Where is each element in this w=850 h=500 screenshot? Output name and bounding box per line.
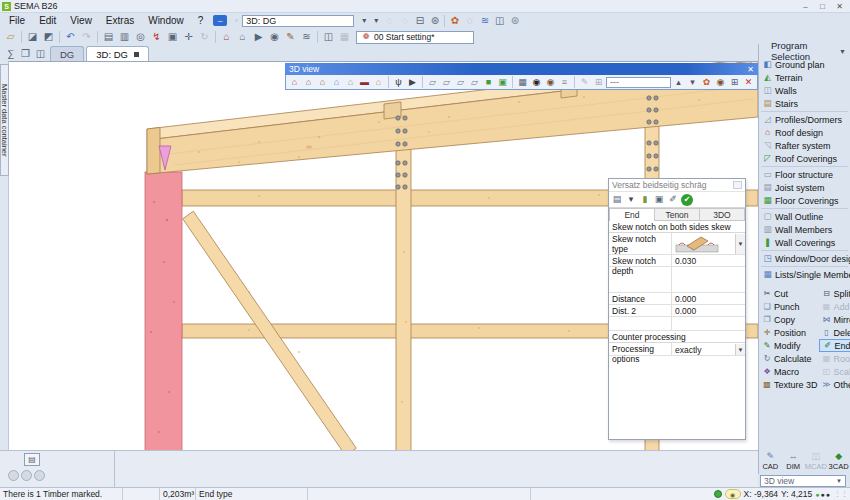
- sidebar-item-profiles-dormers[interactable]: ◿Profiles/Dormers: [759, 113, 850, 126]
- sidebar-item-rafter-system[interactable]: ◹Rafter system: [759, 139, 850, 152]
- close-button[interactable]: ✕: [831, 1, 848, 12]
- measure-icon[interactable]: ≋: [299, 30, 314, 44]
- render-photo-icon[interactable]: ◉: [714, 76, 727, 89]
- menu-view[interactable]: View: [63, 15, 99, 26]
- cube-wire-3-icon[interactable]: ▱: [454, 76, 467, 89]
- walkthrough-icon[interactable]: ≡: [558, 76, 571, 89]
- zoom-walk-icon[interactable]: ◎: [133, 30, 148, 44]
- sidebar-item-wall-members[interactable]: ▥Wall Members: [759, 223, 850, 236]
- tool-macro[interactable]: ❖Macro: [759, 365, 818, 378]
- middle-post[interactable]: [396, 147, 411, 451]
- snap-indicator-icon[interactable]: [714, 490, 722, 498]
- house-view-icon[interactable]: ⌂: [219, 30, 234, 44]
- dist2-value[interactable]: 0.000: [671, 305, 745, 316]
- sidebar-item-floor-coverings[interactable]: ▦Floor Coverings: [759, 194, 850, 207]
- mode-cad-button[interactable]: ✎CAD: [760, 451, 781, 474]
- cube-textured-icon[interactable]: ▣: [496, 76, 509, 89]
- tool-others[interactable]: ≫Others: [819, 378, 850, 391]
- undo-icon[interactable]: ↶: [63, 30, 78, 44]
- split-view-icon[interactable]: ◫: [33, 47, 48, 61]
- skew-notch-depth-value[interactable]: 0.030: [671, 255, 745, 266]
- processing-options-dropdown-icon[interactable]: ▼: [735, 344, 745, 355]
- direction-icon[interactable]: ▶: [251, 30, 266, 44]
- resize-grip-icon[interactable]: ⋮⋮: [834, 490, 848, 498]
- cube-wire-2-icon[interactable]: ▱: [440, 76, 453, 89]
- annotate-b-icon[interactable]: ◩: [41, 30, 56, 44]
- flash-icon[interactable]: ↯: [149, 30, 164, 44]
- waves-icon[interactable]: ≋: [477, 14, 492, 28]
- tool-punch[interactable]: ❏Punch: [759, 300, 818, 313]
- tool-modify[interactable]: ✎Modify: [759, 339, 818, 352]
- storey-view-icon[interactable]: ⌂: [235, 30, 250, 44]
- battery-icon[interactable]: ▮: [639, 194, 651, 206]
- tool-position[interactable]: ✛Position: [759, 326, 818, 339]
- selected-timber-post[interactable]: [145, 172, 182, 451]
- menu-edit[interactable]: Edit: [32, 15, 63, 26]
- menu-extras[interactable]: Extras: [99, 15, 141, 26]
- menu-file[interactable]: File: [2, 15, 32, 26]
- sidebar-item-window-door-design[interactable]: ◳Window/Door design: [759, 252, 850, 265]
- view-house-frame2-icon[interactable]: ⌂: [316, 76, 329, 89]
- save-icon[interactable]: ▣: [653, 194, 665, 206]
- target-icon[interactable]: ◉: [267, 30, 282, 44]
- copy-view-icon[interactable]: ❐: [18, 47, 33, 61]
- tool-calculate[interactable]: ↻Calculate: [759, 352, 818, 365]
- view-preset-combo[interactable]: ---: [606, 77, 671, 88]
- active-view-combo[interactable]: 3D: DG: [242, 15, 354, 27]
- sidebar-item-joist-system[interactable]: ▤Joist system: [759, 181, 850, 194]
- view-house-blue-icon[interactable]: ⌂: [330, 76, 343, 89]
- panel-toggle-icon[interactable]: ▤: [24, 453, 40, 466]
- sidebar-item-roof-design[interactable]: ⌂Roof design: [759, 126, 850, 139]
- projector-icon[interactable]: ▦: [516, 76, 529, 89]
- panel-layout-icon[interactable]: ◫: [492, 14, 507, 28]
- maximize-button[interactable]: □: [814, 1, 831, 12]
- view-prev-icon[interactable]: ▾: [358, 15, 370, 27]
- pencil-tool-icon[interactable]: ✎: [283, 30, 298, 44]
- view-slab-icon[interactable]: ▬: [358, 76, 371, 89]
- start-setting-combo[interactable]: ❁ 00 Start setting*: [356, 31, 474, 44]
- dialog-tab-3do[interactable]: 3DO: [700, 208, 745, 221]
- plugin-icon[interactable]: ✿: [447, 14, 462, 28]
- cube-wire-4-icon[interactable]: ▱: [468, 76, 481, 89]
- window-cascade-icon[interactable]: ⊛: [427, 14, 442, 28]
- cube-wire-1-icon[interactable]: ▱: [426, 76, 439, 89]
- cube-solid-icon[interactable]: ■: [482, 76, 495, 89]
- window-arrange-icon[interactable]: ⊟: [412, 14, 427, 28]
- distance-value[interactable]: 0.000: [671, 293, 745, 304]
- skew-notch-type-value[interactable]: ▼: [671, 233, 745, 254]
- sum-icon[interactable]: ∑: [3, 47, 18, 61]
- cursor-icon[interactable]: ▶: [406, 76, 419, 89]
- sidebar-item-floor-structure[interactable]: ▭Floor structure: [759, 168, 850, 181]
- zoom-region-icon[interactable]: ▣: [165, 30, 180, 44]
- view-select-dropdown[interactable]: 3D view▼: [760, 475, 846, 487]
- open-folder-icon[interactable]: ▱: [3, 30, 18, 44]
- window-toggle-icon[interactable]: –: [213, 15, 227, 26]
- sidebar-item-wall-coverings[interactable]: ❚Wall Coverings: [759, 236, 850, 249]
- tool-split[interactable]: ⊟Split: [819, 287, 850, 300]
- tool-mirror[interactable]: ⋈Mirror: [819, 313, 850, 326]
- pick-icon[interactable]: ✐: [667, 194, 679, 206]
- program-selection-header[interactable]: Program Selection ▼: [759, 44, 850, 58]
- sidebar-item-wall-outline[interactable]: ▢Wall Outline: [759, 210, 850, 223]
- dialog-pin-icon[interactable]: [733, 181, 742, 189]
- toolbar-close-icon[interactable]: ✕: [742, 76, 755, 89]
- mode-3cad-button[interactable]: ◆3CAD: [828, 451, 849, 474]
- tool-copy[interactable]: ❐Copy: [759, 313, 818, 326]
- dialog-tab-end[interactable]: End: [609, 208, 655, 221]
- 3d-view-titlebar[interactable]: 3D view ✕: [285, 63, 758, 75]
- tab-dg[interactable]: DG: [50, 46, 84, 61]
- tool-end-type[interactable]: ✐End type: [819, 339, 850, 352]
- skew-notch-type-dropdown-icon[interactable]: ▼: [735, 234, 745, 254]
- tool-texture-3d[interactable]: ▩Texture 3D: [759, 378, 818, 391]
- view-next-icon[interactable]: ▾: [370, 15, 382, 27]
- preset-list-icon[interactable]: ▤: [611, 194, 623, 206]
- mode-dim-button[interactable]: ↔DIM: [783, 451, 804, 474]
- menu-help[interactable]: ?: [191, 15, 211, 26]
- menu-window[interactable]: Window: [141, 15, 191, 26]
- beam-end-face[interactable]: [147, 128, 160, 175]
- spin-down-icon[interactable]: ▾: [686, 76, 699, 89]
- camera-settings-icon[interactable]: ◉: [544, 76, 557, 89]
- sidebar-item-lists-single-member[interactable]: ▦Lists/Single Member: [759, 268, 850, 281]
- master-data-container-tab[interactable]: Master data container: [0, 64, 9, 176]
- dowel-display-icon[interactable]: ψ: [392, 76, 405, 89]
